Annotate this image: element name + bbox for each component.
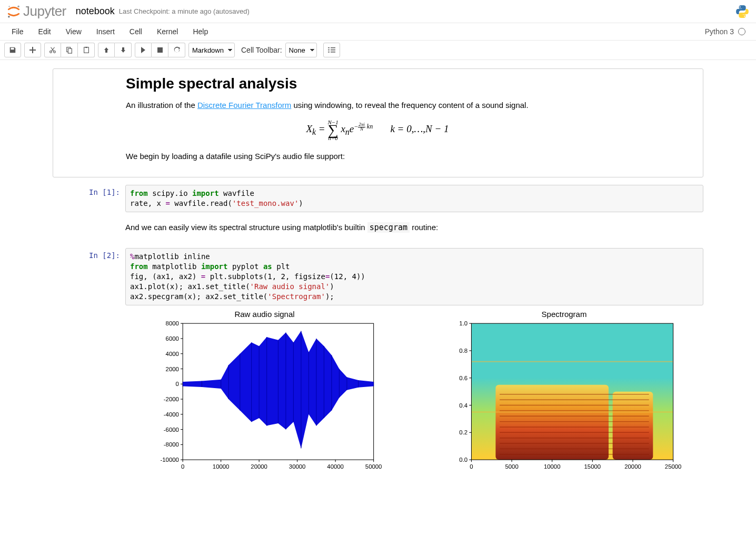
run-button[interactable]: [135, 43, 152, 57]
cell-prompt: [53, 75, 126, 167]
notebook-title[interactable]: notebook: [76, 6, 115, 17]
code-cell[interactable]: In [2]: %matplotlib inline from matplotl…: [53, 248, 703, 474]
menu-edit[interactable]: Edit: [31, 23, 58, 40]
move-up-button[interactable]: [98, 43, 115, 57]
menu-file[interactable]: File: [4, 23, 31, 40]
svg-text:8000: 8000: [166, 321, 179, 326]
markdown-cell[interactable]: And we can easily view its spectral stru…: [53, 222, 703, 239]
math-equation: Xk = N−1 ∑ n=0 xne−2πiN kn k = 0,…,N − 1: [126, 119, 629, 141]
svg-point-2: [8, 5, 10, 7]
md-paragraph: We begin by loading a datafile using Sci…: [126, 151, 629, 163]
svg-text:0.0: 0.0: [459, 457, 467, 463]
kernel-name: Python 3: [705, 27, 734, 36]
svg-text:2000: 2000: [166, 365, 179, 372]
menu-help[interactable]: Help: [185, 23, 215, 40]
restart-button[interactable]: [168, 43, 185, 57]
svg-text:20000: 20000: [251, 463, 267, 469]
svg-text:-2000: -2000: [164, 396, 179, 402]
svg-rect-67: [613, 391, 653, 459]
menu-view[interactable]: View: [58, 23, 89, 40]
code-input[interactable]: %matplotlib inline from matplotlib impor…: [125, 248, 703, 305]
header: Jupyter notebook Last Checkpoint: a minu…: [0, 0, 756, 23]
svg-text:10000: 10000: [213, 463, 230, 469]
svg-text:-10000: -10000: [160, 457, 178, 463]
chart-title: Raw audio signal: [125, 310, 404, 319]
cut-button[interactable]: [44, 43, 61, 57]
interrupt-button[interactable]: [152, 43, 168, 57]
svg-text:0.2: 0.2: [459, 429, 467, 435]
checkpoint-status: Last Checkpoint: a minute ago (autosaved…: [119, 7, 250, 15]
svg-text:5000: 5000: [505, 463, 518, 469]
svg-point-4: [744, 15, 745, 16]
markdown-cell[interactable]: Simple spectral analysis An illustration…: [53, 68, 703, 177]
svg-text:40000: 40000: [327, 463, 344, 469]
jupyter-logo[interactable]: Jupyter: [6, 3, 66, 19]
svg-point-1: [8, 16, 10, 18]
menubar: FileEditViewInsertCellKernelHelp Python …: [0, 23, 756, 41]
chart-title: Spectrogram: [425, 310, 703, 319]
notebook-container: Simple spectral analysis An illustration…: [46, 60, 710, 487]
svg-text:30000: 30000: [289, 463, 306, 469]
menu-kernel[interactable]: Kernel: [150, 23, 185, 40]
cell-toolbar-select[interactable]: None: [285, 43, 317, 57]
svg-text:20000: 20000: [624, 463, 641, 469]
cell-prompt: In [2]:: [53, 248, 125, 474]
svg-rect-9: [84, 47, 88, 53]
menu-insert[interactable]: Insert: [89, 23, 122, 40]
move-down-button[interactable]: [115, 43, 132, 57]
add-cell-button[interactable]: [24, 43, 41, 57]
svg-point-3: [740, 6, 741, 7]
cell-prompt: In [1]:: [53, 185, 125, 212]
svg-text:25000: 25000: [665, 463, 682, 469]
dft-link[interactable]: Discrete Fourier Transform: [197, 101, 291, 110]
svg-text:0: 0: [176, 381, 179, 387]
svg-text:-6000: -6000: [164, 426, 179, 432]
raw-audio-chart: -10000-8000-6000-4000-200002000400060008…: [125, 321, 404, 473]
svg-rect-11: [157, 47, 163, 53]
paste-button[interactable]: [78, 43, 95, 57]
svg-text:6000: 6000: [166, 335, 179, 342]
cell-toolbar-label: Cell Toolbar:: [241, 46, 282, 54]
svg-text:15000: 15000: [584, 463, 601, 469]
celltype-select[interactable]: Markdown: [188, 43, 235, 57]
jupyter-logo-text: Jupyter: [23, 3, 66, 19]
md-paragraph: And we can easily view its spectral stru…: [125, 222, 703, 234]
menu-cell[interactable]: Cell: [122, 23, 150, 40]
svg-text:4000: 4000: [166, 351, 179, 357]
spectrogram-chart: 0.00.20.40.60.81.00500010000150002000025…: [425, 321, 703, 473]
svg-text:50000: 50000: [365, 463, 382, 469]
svg-text:0.6: 0.6: [459, 375, 467, 381]
svg-rect-8: [68, 48, 72, 53]
output-area: Raw audio signal -10000-8000-6000-4000-2…: [125, 310, 703, 475]
svg-text:0: 0: [181, 463, 184, 469]
svg-text:0.4: 0.4: [459, 402, 467, 408]
command-palette-button[interactable]: [323, 43, 340, 57]
md-heading: Simple spectral analysis: [126, 75, 629, 92]
copy-button[interactable]: [61, 43, 78, 57]
svg-text:0: 0: [470, 463, 473, 469]
code-cell[interactable]: In [1]: from scipy.io import wavfile rat…: [53, 185, 703, 212]
python-logo-icon: [735, 4, 750, 19]
inline-code: specgram: [367, 222, 410, 233]
svg-text:10000: 10000: [544, 463, 561, 469]
svg-text:1.0: 1.0: [459, 321, 467, 326]
kernel-idle-icon: [738, 28, 745, 35]
toolbar: Markdown Cell Toolbar: None: [0, 41, 756, 60]
svg-rect-10: [85, 47, 87, 48]
cell-prompt: [53, 222, 125, 239]
jupyter-icon: [6, 4, 21, 19]
svg-point-0: [17, 5, 19, 7]
save-button[interactable]: [4, 43, 21, 57]
kernel-indicator[interactable]: Python 3: [699, 23, 752, 40]
svg-text:-4000: -4000: [164, 411, 179, 418]
md-paragraph: An illustration of the Discrete Fourier …: [126, 100, 629, 112]
code-input[interactable]: from scipy.io import wavfile rate, x = w…: [125, 185, 703, 212]
svg-text:-8000: -8000: [164, 441, 179, 448]
svg-text:0.8: 0.8: [459, 348, 467, 354]
